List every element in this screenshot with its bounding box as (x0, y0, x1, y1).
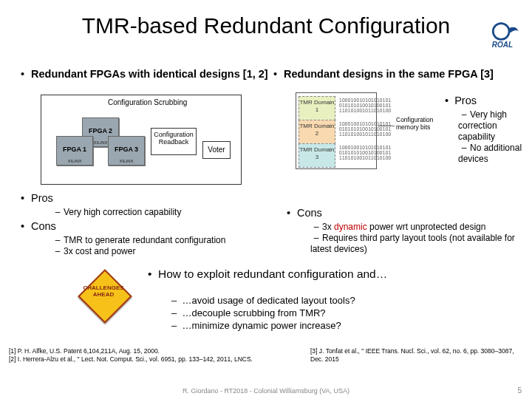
config-memory-label: Configuration memory bits (396, 116, 436, 131)
pros-right-heading: • Pros (445, 95, 477, 106)
config-bits-2: 100010010101010101 010101010010100101 11… (339, 121, 373, 137)
tmr-domain-3: TMR Domain 3 (299, 143, 335, 168)
fpga-3-chip: FPGA 3XILINX (108, 136, 145, 166)
cons-right-heading: •Cons (287, 207, 322, 219)
cons-right-items: –3x dynamic power wrt unprotected design… (310, 222, 532, 255)
tmr-domain-1: TMR Domain 1 (299, 96, 335, 120)
config-bits-1: 100010010101010101 010101010010100101 11… (339, 98, 373, 113)
svg-point-0 (493, 24, 509, 40)
roal-logo: ROAL (482, 21, 523, 53)
tmr-domain-2: TMR Domain 2 (299, 120, 335, 144)
page-number: 5 (517, 386, 522, 395)
config-readback-box: Configuration Readback (151, 128, 197, 155)
footer-text: R. Giordano - RT2018 - Colonial Williams… (0, 387, 532, 395)
voter-box: Voter (202, 141, 231, 159)
cons-left-heading: •Cons (21, 220, 56, 232)
pros-right-items: –Very high correction capability –No add… (458, 109, 528, 165)
howto-questions: – …avoid usage of dedicated layout tools… (171, 294, 355, 332)
references-left: [1] P. H. Alfke, U.S. Patent 6,104,211A,… (9, 347, 290, 364)
howto-heading: • How to exploit redundant configuration… (148, 267, 387, 281)
pros-left-items: –Very high correction capability (52, 207, 181, 217)
heading-left: •Redundant FPGAs with identical designs … (21, 68, 268, 80)
label-config-scrubbing: Configuration Scrubbing (108, 98, 187, 106)
heading-right: •Redundant designs in the same FPGA [3] (273, 68, 494, 80)
pros-left-heading: •Pros (21, 192, 53, 204)
svg-text:ROAL: ROAL (492, 41, 513, 49)
fpga-1-chip: FPGA 1XILINX (56, 136, 93, 166)
cons-left-items: –TMR to generate redundant configuration… (52, 235, 225, 257)
diagram-tmr-domains: TMR Domain 1 TMR Domain 2 TMR Domain 3 1… (296, 92, 436, 174)
challenges-ahead-sign-icon: CHALLENGES AHEAD (83, 274, 127, 310)
slide-title: TMR-based Redundant Configuration (0, 13, 532, 38)
diagram-redundant-fpgas: Configuration Scrubbing FPGA 2XILINX FPG… (41, 95, 242, 185)
config-bits-3: 100010010101010101 010101010010100101 11… (339, 145, 373, 160)
references-right: [3] J. Tonfat et al., " IEEE Trans. Nucl… (310, 347, 525, 364)
